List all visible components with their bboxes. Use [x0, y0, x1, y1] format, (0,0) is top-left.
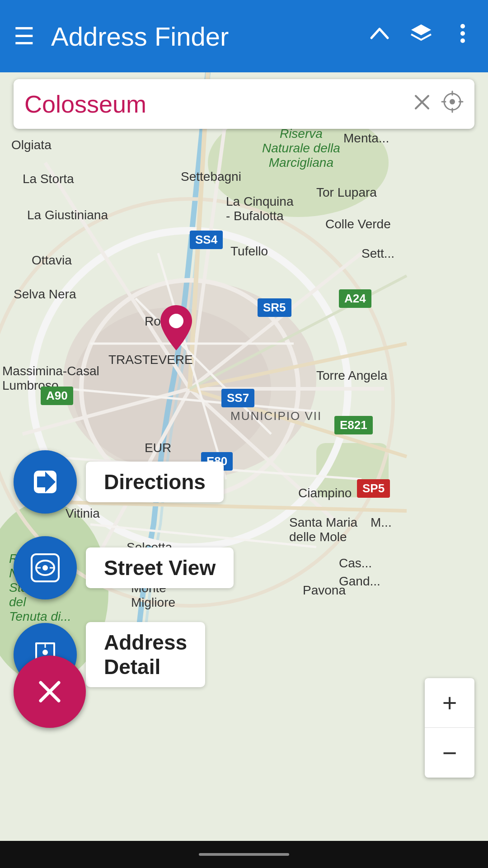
svg-point-39 — [169, 314, 183, 328]
map-label-municipio: MUNICIPIO VII — [230, 409, 322, 423]
map-label-sett: Sett... — [361, 246, 394, 261]
close-fab-container — [14, 656, 86, 728]
svg-point-47 — [42, 650, 48, 655]
map-label-riserva1: RiservaNaturale dellaMarcigliana — [262, 127, 340, 170]
address-detail-label[interactable]: AddressDetail — [86, 622, 205, 687]
search-input[interactable]: Colosseum — [24, 90, 412, 118]
map-label-la-cinquina: La Cinquina- Bufalotta — [226, 194, 293, 223]
app-title: Address Finder — [51, 21, 368, 52]
map-label-selva-nera: Selva Nera — [14, 287, 76, 302]
fab-container: Directions Street View — [14, 450, 234, 687]
street-view-label[interactable]: Street View — [86, 547, 234, 588]
search-bar[interactable]: Colosseum — [14, 79, 474, 129]
location-pin — [158, 303, 194, 354]
street-view-fab-button[interactable] — [14, 536, 77, 599]
road-badge-a24: A24 — [339, 289, 371, 308]
layers-icon[interactable] — [409, 22, 433, 51]
bottom-navigation — [0, 841, 488, 868]
road-badge-sp5: SP5 — [357, 479, 390, 498]
search-clear-icon[interactable] — [412, 90, 432, 118]
menu-icon[interactable]: ☰ — [14, 24, 35, 48]
map-label-olgiata: Olgiata — [11, 138, 52, 152]
directions-fab-button[interactable] — [14, 450, 77, 514]
road-badge-sr5: SR5 — [258, 298, 291, 317]
map-label-santa-maria: Santa Mariadelle Mole — [289, 515, 357, 544]
more-options-icon[interactable] — [451, 22, 474, 51]
zoom-out-button[interactable]: − — [425, 728, 474, 778]
svg-marker-0 — [411, 24, 431, 35]
my-location-icon[interactable] — [441, 90, 464, 118]
map-label-la-storta: La Storta — [23, 172, 74, 186]
road-badge-ss4: SS4 — [190, 231, 223, 249]
zoom-controls: + − — [425, 678, 474, 778]
svg-point-1 — [460, 24, 465, 28]
map-container[interactable]: Le Rughe Monte Caminetto Olgiata Riserva… — [0, 72, 488, 868]
header-actions — [368, 22, 474, 51]
directions-row: Directions — [14, 450, 234, 514]
svg-point-7 — [450, 99, 455, 104]
map-label-settebagni: Settebagni — [181, 170, 241, 184]
chevron-up-icon[interactable] — [368, 22, 391, 51]
map-label-pavona: Pavona — [303, 583, 346, 598]
svg-point-44 — [42, 565, 48, 571]
map-label-tor-lupara: Tor Lupara — [316, 185, 377, 200]
map-label-tufello: Tufello — [230, 244, 268, 259]
app-header: ☰ Address Finder — [0, 0, 488, 72]
svg-point-2 — [460, 31, 465, 36]
svg-point-3 — [460, 38, 465, 43]
map-label-ciampino: Ciampino — [298, 486, 352, 500]
road-badge-a90: A90 — [41, 387, 73, 405]
street-view-row: Street View — [14, 536, 234, 599]
map-label-trastevere: TRASTEVERE — [108, 353, 193, 367]
road-badge-e821: E821 — [334, 416, 373, 434]
map-label-ottavia: Ottavia — [32, 253, 72, 268]
map-label-m: M... — [371, 515, 392, 530]
zoom-in-button[interactable]: + — [425, 678, 474, 728]
close-fab-button[interactable] — [14, 656, 86, 728]
map-label-cas: Cas... — [339, 556, 372, 571]
home-indicator — [199, 853, 289, 856]
map-label-colle-verde: Colle Verde — [325, 217, 391, 231]
map-label-la-giustiniana: La Giustiniana — [27, 208, 108, 222]
map-label-mentana: Menta... — [343, 131, 389, 146]
directions-label[interactable]: Directions — [86, 462, 224, 502]
map-label-torre-angela: Torre Angela — [316, 368, 387, 383]
road-badge-ss7: SS7 — [221, 389, 254, 407]
